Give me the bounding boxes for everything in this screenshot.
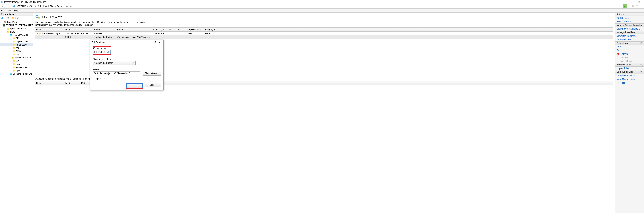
ignore-case-label: Ignore case: [96, 77, 107, 80]
action-remove-condition[interactable]: ✖Remove: [616, 52, 644, 56]
action-view-custom-tags[interactable]: View Custom Tags...: [616, 77, 644, 81]
save-icon[interactable]: 💾: [6, 17, 9, 20]
tree-child[interactable]: ›📁EWS: [0, 50, 33, 53]
window-title: Internet Information Services (IIS) Mana…: [4, 1, 46, 3]
connect-icon[interactable]: [1, 17, 4, 20]
collapse-icon[interactable]: ˄: [640, 42, 643, 45]
cancel-button[interactable]: Cancel: [145, 83, 161, 87]
breadcrumb-item[interactable]: Autodiscover: [57, 5, 69, 8]
action-edit-condition[interactable]: Edit...: [616, 49, 644, 52]
collapse-icon[interactable]: ˄: [640, 64, 643, 66]
dialog-title: Edit Condition: [92, 41, 105, 44]
tree-exchange-back-end[interactable]: ›🌐Exchange Back End: [0, 72, 33, 76]
action-view-preconditions[interactable]: View Preconditions...: [616, 74, 644, 77]
test-pattern-button[interactable]: Test pattern...: [143, 71, 161, 76]
refresh-icon[interactable]: ⟳: [623, 5, 627, 8]
condition-input-label: Condition input:: [93, 47, 110, 50]
condition-input-field-ext[interactable]: [112, 51, 161, 55]
action-view-rewrite-maps[interactable]: View Rewrite Maps...: [616, 34, 644, 38]
menu-view[interactable]: View: [7, 9, 11, 12]
tree-child[interactable]: ›📁mapi: [0, 53, 33, 56]
up-icon[interactable]: 📁: [11, 17, 14, 20]
section-inbound-rules: Inbound Rules˄: [616, 63, 644, 67]
server-icon: [13, 5, 16, 8]
collapse-icon[interactable]: ˄: [640, 71, 643, 73]
tree-server[interactable]: ˅🖥️EXCH19 (THESECMASTER\Ad: [0, 24, 33, 27]
help-dropdown-icon[interactable]: ▾: [639, 5, 642, 8]
connections-header: Connections: [0, 13, 33, 16]
actions-header: Actions: [616, 13, 644, 16]
tree-child[interactable]: ›📁API: [0, 37, 33, 40]
help-icon: ❔: [617, 82, 620, 84]
connections-toolbar: ▾ 💾 | 📁 | ⟳: [0, 16, 33, 20]
tree-child[interactable]: ›📁OAB: [0, 59, 33, 63]
action-view-providers[interactable]: View Providers...: [616, 38, 644, 41]
home-icon[interactable]: 🏠: [631, 5, 635, 8]
forward-button[interactable]: →: [6, 4, 10, 8]
section-outbound-rules: Outbound Rules˄: [616, 70, 644, 74]
action-help[interactable]: ❔Help: [616, 81, 644, 85]
tree-default-web-site[interactable]: ˅🌐Default Web Site: [0, 34, 33, 37]
center-panel: URL Rewrite Provides rewriting capabilit…: [33, 13, 615, 213]
tree-child[interactable]: ›📁ecp: [0, 46, 33, 50]
ignore-case-checkbox[interactable]: ✓: [92, 78, 95, 80]
pattern-label: Pattern:: [92, 68, 161, 71]
svg-point-1: [13, 5, 15, 7]
menu-file[interactable]: File: [1, 9, 4, 12]
help-icon[interactable]: ❔: [635, 5, 638, 8]
tree-child-autodiscover[interactable]: ›📁Autodiscover: [0, 43, 33, 46]
tree-child[interactable]: ›📁Rpc: [0, 69, 33, 72]
breadcrumb[interactable]: ▸ EXCH19▸ Sites▸ Default Web Site▸ Autod…: [12, 4, 622, 8]
connections-panel: Connections ▾ 💾 | 📁 | ⟳ 🏠Start Page ˅🖥️E…: [0, 13, 33, 213]
tree-child[interactable]: ›📁aspnet_client: [0, 40, 33, 43]
section-conditions: Conditions˄: [616, 41, 644, 45]
breadcrumb-item[interactable]: Sites: [30, 5, 34, 8]
action-revert[interactable]: Revert to Parent: [616, 20, 644, 23]
condition-input-field[interactable]: [93, 50, 110, 54]
breadcrumb-item[interactable]: EXCH19: [18, 5, 26, 8]
refresh-tree-icon[interactable]: ⟳: [16, 17, 20, 20]
actions-panel: Actions Add Rule(s)... Revert to Parent …: [615, 13, 644, 213]
check-label: Check if input string:: [92, 58, 161, 61]
section-manage-server-variables: Manage Server Variables: [616, 23, 644, 27]
svg-point-2: [2, 17, 3, 19]
chevron-down-icon: ▼: [133, 62, 134, 64]
up-arrow-icon: ↑: [617, 56, 620, 59]
action-add-rules[interactable]: Add Rule(s)...: [616, 16, 644, 20]
tree-child[interactable]: ›📁PowerShell: [0, 66, 33, 69]
remove-icon: ✖: [617, 53, 620, 55]
action-add-condition[interactable]: Add...: [616, 45, 644, 49]
menu-help[interactable]: Help: [14, 9, 18, 12]
action-move-down: ↓Move Down: [616, 59, 644, 63]
edit-condition-dialog: Edit Condition ? ✕ Condition input: Chec…: [90, 40, 164, 91]
dialog-help-button[interactable]: ?: [153, 41, 158, 44]
check-select[interactable]: Matches the Pattern ▼: [92, 61, 136, 65]
tree-app-pools[interactable]: 🗂️Application Pools: [0, 27, 33, 30]
action-move-up: ↑Move Up: [616, 56, 644, 59]
action-view-server-variables[interactable]: View Server Variables...: [616, 27, 644, 31]
address-bar: ← → ▸ EXCH19▸ Sites▸ Default Web Site▸ A…: [0, 4, 644, 9]
iis-icon: [1, 1, 4, 4]
pattern-field[interactable]: .*autodiscover\.json.*\@.*Powershell.*: [92, 71, 140, 75]
close-button[interactable]: ✕: [635, 0, 643, 4]
minimize-button[interactable]: —: [618, 0, 627, 4]
title-bar: Internet Information Services (IIS) Mana…: [0, 0, 644, 4]
menu-bar: File View Help: [0, 9, 644, 13]
section-manage-providers: Manage Providers: [616, 31, 644, 34]
stop-icon[interactable]: ⨯: [627, 5, 631, 8]
tree-sites[interactable]: ˅📁Sites: [0, 30, 33, 34]
back-button[interactable]: ←: [1, 4, 5, 8]
dialog-close-button[interactable]: ✕: [158, 41, 162, 44]
tree-child[interactable]: ›📁Microsoft-Server-A: [0, 56, 33, 59]
down-arrow-icon: ↓: [617, 60, 620, 62]
breadcrumb-item[interactable]: Default Web Site: [38, 5, 54, 8]
tree-child[interactable]: ›📁owa: [0, 63, 33, 66]
tree-start-page[interactable]: 🏠Start Page: [0, 21, 33, 24]
connections-tree[interactable]: 🏠Start Page ˅🖥️EXCH19 (THESECMASTER\Ad 🗂…: [0, 20, 33, 213]
maximize-button[interactable]: ❐: [627, 0, 635, 4]
action-import-rules[interactable]: Import Rules...: [616, 67, 644, 70]
ok-button[interactable]: OK: [126, 84, 142, 88]
